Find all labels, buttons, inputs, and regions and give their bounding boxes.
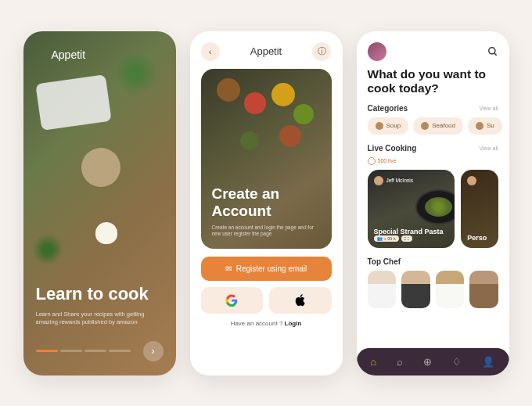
apple-icon [294,294,307,307]
category-chip-partial[interactable]: Su [468,117,502,135]
plus-circle-icon: ⊕ [423,356,432,368]
info-icon: ⓘ [318,45,326,57]
register-screen: ‹ Appetit ⓘ Create an Account Create an … [190,31,343,375]
nav-add[interactable]: ⊕ [423,356,432,368]
chef-avatar [374,176,383,185]
bottom-nav: ⌂ ⌕ ⊕ ♢ 👤 [357,348,509,375]
categories-viewall[interactable]: View all [480,106,498,111]
onboarding-headline: Learn to cook [36,284,164,304]
search-icon [487,46,498,57]
live-viewall[interactable]: View all [480,146,498,151]
search-button[interactable] [487,46,498,57]
live-title: Live Cooking [368,144,417,153]
nav-notifications[interactable]: ♢ [452,356,462,368]
screen-title: Appetit [250,45,282,57]
chef-card-1[interactable] [368,271,397,308]
chef-avatar [467,176,476,185]
onboarding-screen: Appetit Learn to cook Learn and Share yo… [23,31,176,375]
next-button[interactable]: › [143,341,164,361]
home-headline: What do you want to cook today? [368,67,498,96]
info-button[interactable]: ⓘ [312,42,331,61]
google-icon [225,294,238,307]
login-link: Login [285,320,302,327]
category-chip-soup[interactable]: Soup [368,117,409,135]
user-icon: 👤 [482,356,494,368]
avatar[interactable] [368,42,386,61]
topchef-title: Top Chef [368,257,401,266]
search-icon: ⌕ [397,356,403,368]
nav-home[interactable]: ⌂ [371,356,377,368]
register-email-label: Register using email [236,264,307,273]
chevron-left-icon: ‹ [209,47,212,56]
register-email-button[interactable]: ✉ Register using email [201,257,332,281]
google-login-button[interactable] [201,287,264,314]
live-count-badge: 500 live [368,157,498,165]
chef-card-4[interactable] [469,271,498,308]
recipe-title: Special Strand Pasta [374,228,449,235]
chef-card-3[interactable] [436,271,465,308]
home-screen: What do you want to cook today? Categori… [357,31,509,375]
home-icon: ⌂ [371,356,377,368]
seafood-icon [421,122,429,130]
back-button[interactable]: ‹ [201,42,220,61]
nav-profile[interactable]: 👤 [482,356,494,368]
categories-title: Categories [368,104,408,113]
chef-card-2[interactable] [401,271,430,308]
onboarding-sub: Learn and Share your recipes with gettin… [36,311,153,327]
progress-bars [36,350,131,352]
bell-icon: ♢ [452,356,462,368]
chevron-right-icon: › [152,346,155,357]
hero-image: Create an Account Create an account and … [201,69,332,249]
hero-title: Create an Account [212,185,321,220]
expand-chip[interactable]: ⛶ [401,235,412,242]
apple-login-button[interactable] [269,287,332,314]
nav-search[interactable]: ⌕ [397,356,403,368]
food-icon [476,122,483,130]
likes-chip: 👥+ 99 k [374,235,399,242]
brand-label: Appetit [52,49,164,61]
login-link-row[interactable]: Have an account ? Login [201,320,332,327]
svg-point-0 [488,47,494,53]
category-chip-seafood[interactable]: Seafood [413,117,463,135]
soup-icon [376,122,383,130]
svg-line-1 [494,52,496,55]
mail-icon: ✉ [225,264,232,273]
live-card-2[interactable]: Perso [461,170,498,248]
live-card-1[interactable]: Jeff McInnis Special Strand Pasta 👥+ 99 … [368,170,455,248]
recipe-title-partial: Perso [467,234,491,242]
hero-sub: Create an account and login the page and… [212,225,321,238]
